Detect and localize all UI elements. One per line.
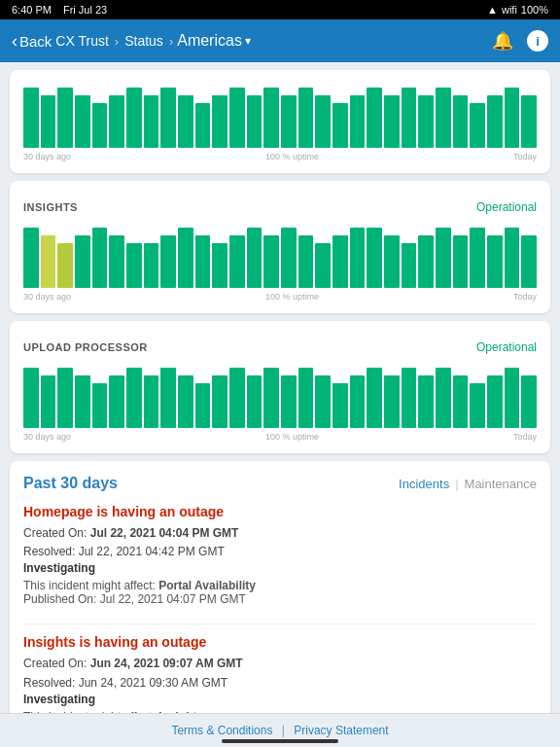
first-chart-card: 30 days ago 100 % uptime Today bbox=[10, 70, 550, 173]
bar-10 bbox=[195, 235, 211, 288]
bar-18 bbox=[332, 235, 348, 288]
date: Fri Jul 23 bbox=[63, 4, 107, 16]
info-icon[interactable]: i bbox=[527, 30, 548, 52]
bar-24 bbox=[436, 368, 451, 428]
insights-label-right: Today bbox=[513, 292, 537, 302]
bar-16 bbox=[298, 88, 314, 148]
bar-2 bbox=[57, 243, 73, 288]
incident-1: Homepage is having an outage Created On:… bbox=[23, 504, 537, 606]
breadcrumb: CX Trust › Status › bbox=[55, 33, 173, 49]
incident-divider bbox=[23, 623, 537, 624]
bar-6 bbox=[126, 243, 142, 288]
bar-17 bbox=[315, 375, 331, 428]
bar-26 bbox=[470, 383, 485, 428]
bar-6 bbox=[126, 88, 142, 148]
bar-16 bbox=[298, 235, 314, 288]
bar-27 bbox=[487, 375, 503, 428]
past-30-label: Past 30 days bbox=[23, 475, 118, 492]
bar-26 bbox=[470, 103, 485, 148]
wifi-icon: wifi bbox=[502, 4, 517, 16]
bar-21 bbox=[384, 95, 400, 148]
bar-0 bbox=[23, 368, 39, 428]
upload-label-center: 100 % uptime bbox=[265, 432, 319, 442]
bar-29 bbox=[521, 235, 537, 288]
upload-status: Operational bbox=[476, 340, 537, 354]
bar-25 bbox=[453, 235, 469, 288]
bar-17 bbox=[315, 243, 331, 288]
bar-1 bbox=[41, 375, 56, 428]
nav-bar: ‹ Back CX Trust › Status › Americas ▾ 🔔 … bbox=[0, 19, 560, 62]
bar-13 bbox=[247, 375, 262, 428]
status-bar-right: ▲ wifi 100% bbox=[487, 4, 548, 16]
bar-16 bbox=[298, 368, 314, 428]
breadcrumb-status[interactable]: Status bbox=[124, 33, 163, 49]
first-chart-labels: 30 days ago 100 % uptime Today bbox=[23, 152, 537, 161]
bar-29 bbox=[521, 375, 537, 428]
bar-0 bbox=[23, 88, 39, 148]
footer-privacy[interactable]: Privacy Statement bbox=[294, 724, 388, 737]
footer-terms[interactable]: Terms & Conditions bbox=[171, 724, 272, 737]
bar-18 bbox=[332, 103, 348, 148]
incident-2-created: Created On: Jun 24, 2021 09:07 AM GMT bbox=[23, 655, 537, 673]
first-chart-label-right: Today bbox=[513, 152, 537, 161]
bar-13 bbox=[247, 95, 262, 148]
upload-bar-chart bbox=[23, 360, 537, 428]
bar-14 bbox=[263, 235, 279, 288]
insights-service-name: INSIGHTS bbox=[23, 201, 78, 213]
bar-22 bbox=[402, 88, 417, 148]
bar-3 bbox=[75, 235, 90, 288]
bar-21 bbox=[384, 235, 400, 288]
status-bar: 6:40 PM Fri Jul 23 ▲ wifi 100% bbox=[0, 0, 560, 19]
bar-7 bbox=[144, 375, 159, 428]
bar-14 bbox=[263, 368, 279, 428]
signal-icon: ▲ bbox=[487, 4, 498, 16]
tab-maintenance[interactable]: Maintenance bbox=[465, 477, 537, 491]
bar-17 bbox=[315, 95, 331, 148]
nav-current-page[interactable]: Americas ▾ bbox=[177, 32, 251, 50]
bar-5 bbox=[109, 95, 124, 148]
nav-left: ‹ Back CX Trust › Status › Americas ▾ bbox=[12, 31, 251, 52]
bar-5 bbox=[109, 235, 124, 288]
bar-11 bbox=[212, 375, 228, 428]
bar-6 bbox=[126, 368, 142, 428]
bar-22 bbox=[402, 243, 417, 288]
bar-8 bbox=[160, 88, 176, 148]
incident-2-title[interactable]: Insights is having an outage bbox=[23, 634, 537, 650]
bar-24 bbox=[436, 88, 451, 148]
bar-2 bbox=[57, 88, 73, 148]
tab-separator: | bbox=[455, 477, 458, 491]
bar-14 bbox=[263, 88, 279, 148]
bar-19 bbox=[350, 95, 366, 148]
bar-3 bbox=[75, 95, 90, 148]
bar-19 bbox=[350, 228, 366, 288]
bar-4 bbox=[92, 228, 108, 288]
insights-label-left: 30 days ago bbox=[23, 292, 71, 302]
bell-icon[interactable]: 🔔 bbox=[492, 30, 513, 52]
insights-chart-labels: 30 days ago 100 % uptime Today bbox=[23, 292, 537, 302]
bar-10 bbox=[195, 103, 211, 148]
bar-1 bbox=[41, 95, 56, 148]
tab-incidents[interactable]: Incidents bbox=[399, 477, 449, 491]
bar-18 bbox=[332, 383, 348, 428]
bar-28 bbox=[505, 368, 520, 428]
incident-1-title[interactable]: Homepage is having an outage bbox=[23, 504, 537, 519]
bar-28 bbox=[505, 88, 520, 148]
first-chart-label-left: 30 days ago bbox=[23, 152, 71, 161]
breadcrumb-cxtrust[interactable]: CX Trust bbox=[55, 33, 108, 49]
incident-2-resolved: Resolved: Jun 24, 2021 09:30 AM GMT bbox=[23, 674, 537, 693]
bar-20 bbox=[367, 88, 382, 148]
incident-1-status: Investigating bbox=[23, 561, 537, 575]
bar-12 bbox=[229, 368, 245, 428]
back-button[interactable]: ‹ Back bbox=[12, 31, 52, 52]
bar-9 bbox=[178, 228, 193, 288]
bar-15 bbox=[281, 95, 297, 148]
insights-status: Operational bbox=[476, 200, 537, 214]
incident-1-published: Published On: Jul 22, 2021 04:07 PM GMT bbox=[23, 592, 537, 606]
bar-20 bbox=[367, 228, 382, 288]
insights-bar-chart bbox=[23, 220, 537, 288]
bar-9 bbox=[178, 95, 193, 148]
bar-23 bbox=[418, 95, 434, 148]
bar-4 bbox=[92, 383, 108, 428]
status-bar-left: 6:40 PM Fri Jul 23 bbox=[12, 4, 107, 16]
breadcrumb-sep2: › bbox=[169, 34, 173, 49]
